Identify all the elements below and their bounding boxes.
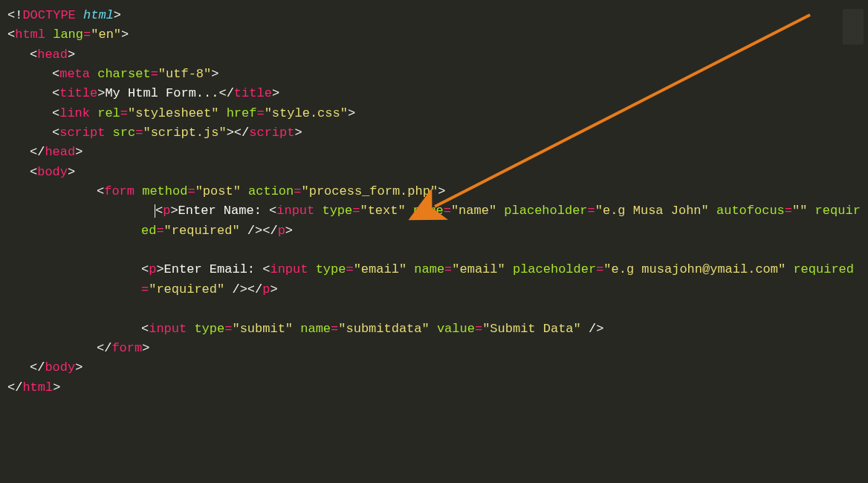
tag-name: link — [59, 106, 90, 120]
attr-name: placeholder — [496, 204, 587, 218]
bracket: ></ — [227, 126, 250, 140]
string: "script.js" — [143, 126, 226, 140]
attr-name: rel — [90, 106, 120, 120]
operator: = — [785, 204, 792, 218]
code-line[interactable]: <meta charset="utf-8"> — [7, 65, 868, 84]
operator: = — [294, 184, 301, 198]
tag-name: title — [59, 86, 97, 100]
bracket: > — [270, 282, 277, 296]
operator: = — [120, 106, 128, 120]
code-line[interactable]: <script src="script.js"></script> — [7, 123, 868, 143]
bracket: < — [52, 106, 59, 120]
attr-name: placeholder — [505, 262, 596, 276]
operator: = — [588, 204, 595, 218]
attr-name: method — [135, 184, 187, 198]
bracket: > — [211, 67, 218, 81]
code-line[interactable]: <html lang="en"> — [7, 25, 868, 45]
bracket: > — [68, 165, 75, 179]
code-line[interactable]: <input type="submit" name="submitdata" v… — [7, 320, 868, 339]
bracket: > — [170, 204, 178, 218]
string: "post" — [195, 184, 241, 198]
code-line[interactable]: <p>Enter Name: <input type="text" name="… — [7, 201, 868, 241]
tag-name: html — [15, 27, 45, 42]
operator: = — [352, 204, 360, 218]
attr-name: lang — [45, 27, 83, 42]
bracket: > — [285, 224, 293, 238]
attr-name: type — [314, 204, 352, 218]
attr-name: action — [241, 184, 294, 198]
code-line-blank[interactable] — [7, 241, 868, 260]
bracket: <! — [7, 8, 22, 22]
tag-name: p — [163, 204, 170, 218]
tag-name: meta — [59, 67, 90, 81]
string: "utf-8" — [158, 67, 211, 81]
code-line-blank[interactable] — [7, 299, 868, 319]
tag-name: input — [270, 262, 308, 276]
minimap[interactable] — [843, 9, 864, 45]
operator: = — [444, 262, 452, 276]
tag-name: input — [149, 322, 187, 336]
attr-name: name — [406, 204, 444, 218]
tag-name: head — [45, 145, 75, 159]
string: "required" — [164, 224, 240, 238]
bracket: < — [262, 262, 270, 276]
operator: = — [187, 184, 195, 198]
code-line[interactable]: </form> — [7, 339, 868, 358]
code-line[interactable]: </html> — [7, 378, 868, 398]
code-line[interactable]: <body> — [7, 163, 868, 182]
text-content: Enter Email: — [164, 262, 263, 276]
bracket: > — [142, 341, 149, 355]
tag-name: form — [104, 184, 135, 198]
tag-name: script — [59, 126, 105, 140]
string: "required" — [149, 282, 224, 296]
tag-name: title — [234, 86, 272, 100]
code-line[interactable]: <head> — [7, 45, 868, 65]
operator: = — [331, 322, 338, 336]
code-line[interactable]: </head> — [7, 143, 868, 162]
bracket: > — [114, 8, 121, 22]
bracket: /> — [581, 322, 604, 336]
attr-name: value — [430, 322, 475, 336]
string: "text" — [360, 204, 405, 218]
code-line[interactable]: <p>Enter Email: <input type="email" name… — [7, 260, 868, 299]
code-line[interactable]: <!DOCTYPE html> — [7, 6, 868, 25]
bracket: </ — [247, 282, 262, 296]
tag-name: head — [37, 48, 68, 62]
bracket: > — [53, 380, 60, 395]
bracket: </ — [30, 360, 45, 375]
code-line[interactable]: </body> — [7, 358, 868, 377]
attr-name: name — [407, 262, 444, 276]
code-editor[interactable]: <!DOCTYPE html> <html lang="en"> <head> … — [7, 6, 868, 398]
bracket: > — [348, 106, 355, 120]
string: "email" — [452, 262, 505, 276]
attr-name: name — [293, 322, 331, 336]
bracket: < — [52, 126, 59, 140]
text-content: Enter Name: — [178, 204, 269, 218]
operator: = — [346, 262, 353, 276]
string: "style.css" — [265, 106, 348, 120]
attr-name: src — [105, 126, 135, 140]
string: "stylesheet" — [128, 106, 218, 120]
operator: = — [135, 126, 143, 140]
operator: = — [156, 224, 163, 238]
code-line[interactable]: <link rel="stylesheet" href="style.css"> — [7, 104, 868, 123]
doctype-keyword: DOCTYPE — [22, 8, 75, 22]
bracket: /> — [224, 282, 247, 296]
attr-name: type — [308, 262, 346, 276]
code-line[interactable]: <title>My Html Form...</title> — [7, 84, 868, 103]
bracket: > — [294, 126, 302, 140]
code-line[interactable]: <form method="post" action="process_form… — [7, 182, 868, 201]
bracket: < — [155, 204, 163, 218]
operator: = — [596, 262, 603, 276]
bracket: < — [269, 204, 276, 218]
tag-name: form — [111, 341, 142, 355]
bracket: > — [97, 86, 105, 100]
bracket: < — [30, 165, 37, 179]
string: "en" — [91, 27, 121, 42]
attr-name: autofocus — [709, 204, 785, 218]
attr-name: charset — [90, 67, 151, 81]
string: "name" — [451, 204, 496, 218]
bracket: > — [156, 262, 163, 276]
string: "e.g Musa John" — [595, 204, 709, 218]
bracket: < — [30, 48, 37, 62]
